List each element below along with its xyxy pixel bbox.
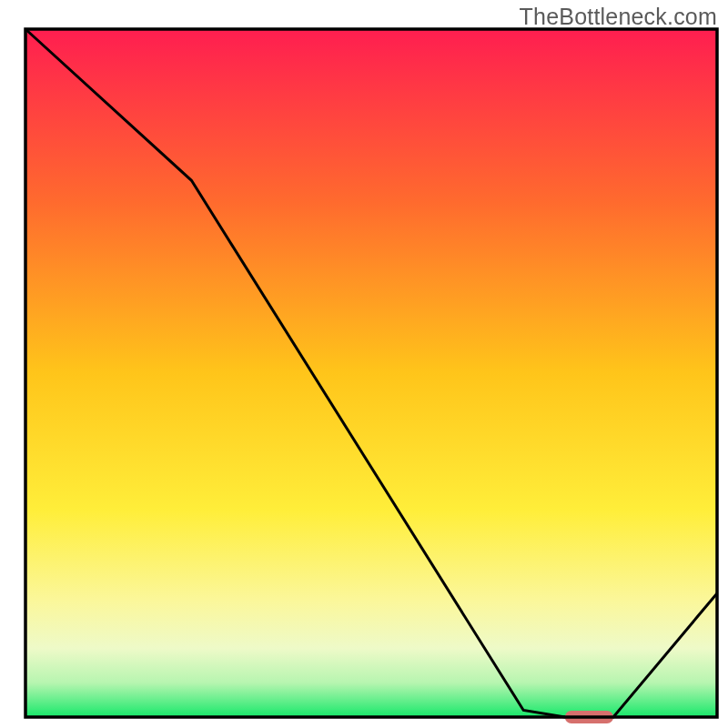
plot-background <box>25 29 717 717</box>
chart-stage: TheBottleneck.com <box>0 0 728 728</box>
bottleneck-chart <box>0 0 728 728</box>
watermark-text: TheBottleneck.com <box>520 4 717 30</box>
